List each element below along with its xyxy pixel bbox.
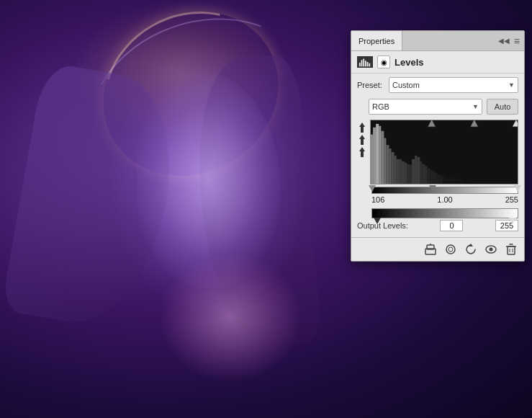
bg-glow-flowers <box>158 252 302 382</box>
delete-button[interactable] <box>504 242 518 257</box>
tab-label: Properties <box>359 37 395 45</box>
svg-rect-24 <box>415 156 417 184</box>
svg-rect-30 <box>430 169 433 184</box>
panel-menu-icon[interactable]: ≡ <box>514 35 520 47</box>
input-slider-track <box>371 187 518 194</box>
preset-value: Custom <box>392 81 420 89</box>
svg-rect-0 <box>359 63 361 66</box>
layer-visibility-toggle[interactable]: ◉ <box>377 55 390 68</box>
properties-tab[interactable]: Properties <box>351 31 402 50</box>
svg-rect-36 <box>446 177 448 184</box>
preset-label: Preset: <box>357 81 384 89</box>
output-gradient-track <box>371 208 518 218</box>
eyedropper-tools <box>357 120 367 184</box>
svg-rect-15 <box>392 152 395 184</box>
svg-rect-3 <box>365 61 366 66</box>
svg-rect-1 <box>361 60 363 66</box>
svg-rect-37 <box>448 177 451 184</box>
svg-rect-35 <box>443 176 446 184</box>
svg-rect-2 <box>363 59 364 67</box>
svg-rect-4 <box>367 62 369 66</box>
input-gradient-track <box>371 187 518 194</box>
svg-rect-29 <box>428 168 430 184</box>
output-min-value[interactable]: 0 <box>440 220 463 231</box>
collapse-icon[interactable]: ◀◀ <box>498 37 510 45</box>
channel-value: RGB <box>372 102 389 111</box>
svg-rect-28 <box>425 166 427 184</box>
svg-point-57 <box>490 248 493 252</box>
channel-dropdown-arrow: ▼ <box>472 103 479 110</box>
black-point-handle[interactable] <box>429 185 436 192</box>
levels-title: Levels <box>395 57 518 68</box>
svg-rect-41 <box>458 179 461 184</box>
svg-point-53 <box>446 245 455 254</box>
svg-rect-8 <box>373 128 376 184</box>
svg-rect-16 <box>395 156 397 184</box>
clip-to-layer-button[interactable] <box>423 242 438 257</box>
svg-rect-19 <box>402 161 405 184</box>
svg-rect-45 <box>469 182 472 184</box>
svg-rect-13 <box>386 145 389 184</box>
svg-rect-5 <box>369 63 370 67</box>
toggle-visibility-button[interactable] <box>484 242 498 257</box>
svg-rect-18 <box>400 159 402 184</box>
input-level-values: 106 1.00 255 <box>351 194 524 204</box>
svg-rect-21 <box>407 164 410 184</box>
black-point-eyedropper[interactable] <box>357 123 367 133</box>
svg-rect-39 <box>453 178 456 184</box>
white-point-handle[interactable] <box>514 185 521 192</box>
svg-rect-38 <box>451 178 453 184</box>
auto-button[interactable]: Auto <box>487 99 518 115</box>
svg-rect-22 <box>410 165 412 184</box>
svg-rect-40 <box>456 179 458 184</box>
output-black-handle[interactable] <box>374 218 381 224</box>
panel-tab-icons: ◀◀ ≡ <box>498 35 524 47</box>
histogram-canvas <box>370 120 518 184</box>
output-white-handle[interactable] <box>509 218 516 224</box>
channel-dropdown[interactable]: RGB ▼ <box>369 99 482 115</box>
svg-point-54 <box>448 247 453 252</box>
svg-rect-31 <box>433 171 436 184</box>
svg-rect-42 <box>461 179 463 184</box>
svg-rect-9 <box>376 124 379 184</box>
svg-rect-23 <box>412 159 415 184</box>
svg-rect-32 <box>436 173 438 184</box>
levels-header: ◉ Levels <box>351 51 524 74</box>
input-white-value[interactable]: 255 <box>505 195 518 204</box>
levels-adjustment-icon <box>357 56 373 68</box>
properties-panel: Properties ◀◀ ≡ ◉ Levels Preset: <box>351 30 525 262</box>
svg-rect-14 <box>389 148 392 184</box>
svg-rect-46 <box>472 182 515 184</box>
svg-rect-26 <box>420 161 422 184</box>
channel-row: RGB ▼ Auto <box>363 97 524 117</box>
svg-rect-11 <box>381 131 384 184</box>
reset-button[interactable] <box>464 242 478 257</box>
svg-rect-12 <box>384 138 386 184</box>
svg-rect-10 <box>379 126 381 184</box>
svg-rect-17 <box>397 159 400 184</box>
preset-dropdown[interactable]: Custom ▼ <box>389 77 518 93</box>
panel-toolbar <box>351 237 524 261</box>
input-gamma-value[interactable]: 1.00 <box>437 195 452 204</box>
svg-rect-27 <box>422 164 425 184</box>
output-gradient-section <box>371 208 518 218</box>
preset-row: Preset: Custom ▼ <box>351 74 524 97</box>
white-point-eyedropper[interactable] <box>357 147 367 157</box>
preset-dropdown-arrow: ▼ <box>508 81 515 89</box>
svg-rect-25 <box>417 157 420 184</box>
svg-rect-43 <box>464 180 466 184</box>
midpoint-eyedropper[interactable] <box>357 135 367 145</box>
svg-rect-34 <box>441 175 443 184</box>
svg-rect-44 <box>466 181 469 184</box>
svg-rect-7 <box>371 135 373 184</box>
output-levels-label: Output Levels: <box>357 221 408 230</box>
input-black-value[interactable]: 106 <box>371 195 384 204</box>
svg-rect-33 <box>438 174 441 184</box>
panel-tab-bar: Properties ◀◀ ≡ <box>351 31 524 51</box>
mid-gamma-handle[interactable] <box>369 185 376 192</box>
svg-rect-58 <box>508 246 515 254</box>
svg-rect-20 <box>405 163 407 184</box>
histogram-area <box>357 120 518 184</box>
previous-state-button[interactable] <box>443 242 458 257</box>
eye-toggle-icon: ◉ <box>381 58 387 66</box>
